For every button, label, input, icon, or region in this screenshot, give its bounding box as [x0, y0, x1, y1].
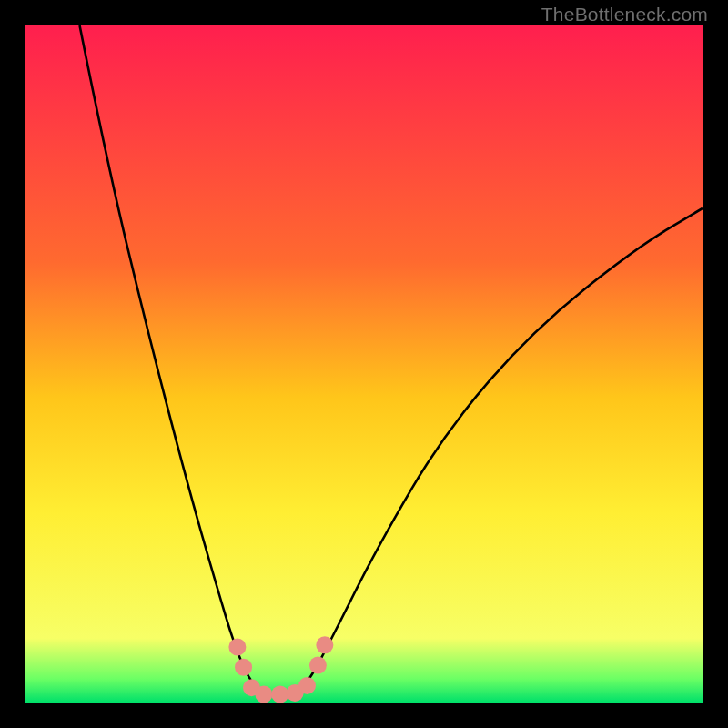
highlight-dot: [298, 677, 316, 694]
highlight-dot: [228, 638, 246, 655]
chart-plot-area: [25, 25, 703, 703]
watermark-text: TheBottleneck.com: [541, 4, 708, 25]
highlight-dot: [235, 659, 252, 676]
highlight-dot: [316, 636, 333, 653]
gradient-background: [25, 25, 703, 703]
chart-frame: TheBottleneck.com: [0, 0, 728, 728]
highlight-dot: [255, 686, 272, 703]
chart-svg: [25, 25, 703, 703]
highlight-dot: [271, 686, 288, 703]
highlight-dot: [309, 657, 327, 674]
